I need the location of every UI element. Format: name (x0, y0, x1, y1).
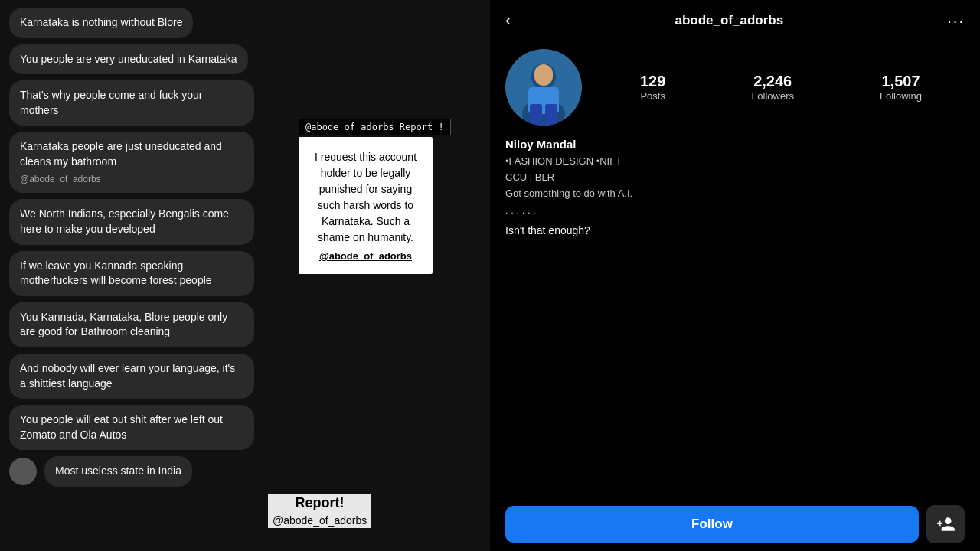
svg-rect-5 (530, 104, 542, 126)
bottom-report-handle: @abode_of_adorbs (268, 513, 371, 528)
bio-name: Niloy Mandal (505, 138, 965, 151)
report-card-handle: @abode_of_adorbs (309, 250, 422, 262)
chat-bubble-7: You Kannada, Karnataka, Blore people onl… (9, 302, 254, 347)
left-panel: Karnataka is nothing without Blore You p… (0, 0, 490, 551)
report-card: I request this account holder to be lega… (299, 137, 433, 274)
chat-bubble-4: Karnataka people are just uneducated and… (9, 132, 254, 193)
svg-rect-6 (545, 104, 557, 126)
profile-username: abode_of_adorbs (675, 13, 783, 28)
stats-row: 129 Posts 2,246 Followers 1,507 Followin… (597, 73, 965, 102)
chat-bubble-10: Most useless state in India (44, 456, 192, 487)
bio-line3: Got something to do with A.I. (505, 186, 965, 202)
follow-button[interactable]: Follow (505, 506, 919, 543)
avatar-small (9, 458, 37, 485)
followers-count: 2,246 (753, 73, 792, 90)
chat-bubble-6: If we leave you Kannada speaking motherf… (9, 251, 254, 296)
report-card-text: I request this account holder to be lega… (309, 149, 422, 246)
top-nav: ‹ abode_of_adorbs ··· (490, 0, 980, 41)
add-friend-button[interactable] (926, 505, 965, 543)
chat-bubble-9: You people will eat out shit after we le… (9, 405, 254, 450)
back-button[interactable]: ‹ (505, 11, 511, 31)
action-row: Follow (490, 493, 980, 551)
spacer (490, 244, 980, 493)
report-overlay: @abode_of_adorbs Report ! I request this… (299, 119, 451, 274)
bio-section: Niloy Mandal •FASHION DESIGN •NIFT CCU |… (490, 138, 980, 244)
followers-label: Followers (751, 90, 794, 102)
profile-section: 129 Posts 2,246 Followers 1,507 Followin… (490, 41, 980, 138)
posts-label: Posts (640, 90, 665, 102)
chat-bubble-8: And nobody will ever learn your language… (9, 354, 254, 399)
chat-bubble-2: You people are very uneducated in Karnat… (9, 44, 248, 75)
add-friend-icon (936, 514, 956, 534)
following-count: 1,507 (881, 73, 920, 90)
more-options-button[interactable]: ··· (947, 12, 965, 30)
svg-rect-4 (534, 64, 553, 86)
bio-line2: CCU | BLR (505, 170, 965, 186)
report-tag-label: @abode_of_adorbs Report ! (299, 119, 451, 135)
bio-line1: •FASHION DESIGN •NIFT (505, 154, 965, 170)
bio-question: Isn't that enough? (505, 224, 965, 236)
stat-followers[interactable]: 2,246 Followers (751, 73, 794, 102)
chat-bubble-1: Karnataka is nothing without Blore (9, 8, 193, 38)
stat-posts: 129 Posts (640, 73, 665, 102)
right-panel: ‹ abode_of_adorbs ··· 129 Pos (490, 0, 980, 551)
posts-count: 129 (640, 73, 665, 90)
profile-avatar (505, 49, 582, 126)
following-label: Following (880, 90, 922, 102)
username-mention: @abode_of_adorbs (20, 173, 243, 186)
bio-dots: . . . . . . (505, 201, 965, 219)
chat-bubble-3: That's why people come and fuck your mot… (9, 80, 254, 126)
stat-following[interactable]: 1,507 Following (880, 73, 922, 102)
bottom-report: Report! @abode_of_adorbs (268, 494, 371, 528)
bottom-report-title: Report! (268, 494, 371, 513)
chat-bubble-5: We North Indians, especially Bengalis co… (9, 199, 254, 244)
